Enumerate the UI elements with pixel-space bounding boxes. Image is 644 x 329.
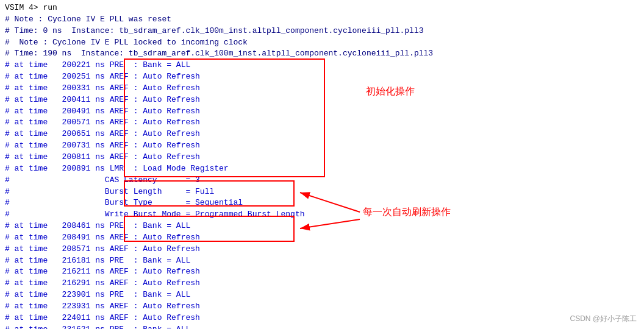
refresh-box-1 [124, 180, 295, 207]
terminal-line-26: # at time 223901 ns PRE : Bank = ALL [5, 289, 639, 301]
refresh-box-2 [124, 216, 295, 242]
terminal-line-20: # at time 208461 ns PRE : Bank = ALL [5, 221, 639, 232]
init-box [124, 58, 325, 177]
terminal-line-24: # at time 216211 ns AREF : Auto Refresh [5, 266, 639, 278]
terminal-line-2: # Note : Cyclone IV E PLL was reset [5, 14, 639, 26]
terminal-line-23: # at time 216181 ns PRE : Bank = ALL [5, 255, 639, 267]
terminal-line-25: # at time 216291 ns AREF : Auto Refresh [5, 278, 639, 289]
terminal-line-3: # Time: 0 ns Instance: tb_sdram_aref.clk… [5, 26, 639, 37]
terminal-window: VSIM 4> run# Note : Cyclone IV E PLL was… [0, 0, 644, 329]
terminal-line-27: # at time 223931 ns AREF : Auto Refresh [5, 301, 639, 313]
refresh-label: 每一次自动刷新操作 [363, 206, 451, 219]
terminal-line-18: # Burst Type = Sequential [5, 197, 639, 209]
terminal-line-22: # at time 208571 ns AREF : Auto Refresh [5, 244, 639, 255]
terminal-line-4: # Note : Cyclone IV E PLL locked to inco… [5, 37, 639, 49]
watermark: CSDN @好小子陈工 [570, 314, 637, 324]
init-label: 初始化操作 [366, 85, 415, 98]
terminal-line-29: # at time 231621 ns PRE : Bank = ALL [5, 324, 639, 329]
terminal-line-17: # Burst Length = Full [5, 186, 639, 198]
terminal-line-21: # at time 208491 ns AREF : Auto Refresh [5, 232, 639, 244]
terminal-line-19: # Write Burst Mode = Programmed Burst Le… [5, 209, 639, 221]
terminal-line-28: # at time 224011 ns AREF : Auto Refresh [5, 313, 639, 324]
terminal-line-1: VSIM 4> run [5, 2, 639, 14]
